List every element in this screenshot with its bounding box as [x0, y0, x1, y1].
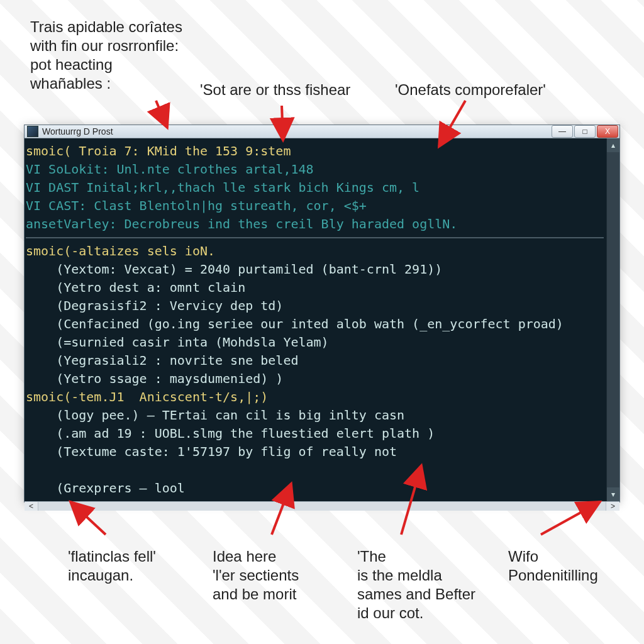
- terminal-line: VI DAST Inital;krl,,thach lle stark bich…: [26, 179, 604, 197]
- scroll-right-arrow[interactable]: >: [606, 502, 619, 511]
- callout-top-right: 'Onefats comporefaler': [395, 80, 546, 99]
- terminal-line: (Degrasisfi2 : Vervicy dep td): [26, 297, 604, 315]
- horizontal-scrollbar[interactable]: < >: [25, 501, 619, 511]
- scroll-down-arrow[interactable]: ▾: [607, 487, 619, 501]
- minimize-button[interactable]: —: [552, 125, 573, 138]
- scroll-left-arrow[interactable]: <: [25, 502, 38, 511]
- vertical-scrollbar[interactable]: ▴ ▾: [606, 138, 619, 501]
- terminal-line: (Cenfacined (go.ing seriee our inted alo…: [26, 315, 604, 333]
- terminal-line: (Yetro dest a: omnt clain: [26, 279, 604, 297]
- terminal-line: smoic( Troia 7: KMid the 153 9:stem: [26, 142, 604, 160]
- terminal-line: (Grexprers – lool: [26, 479, 604, 497]
- close-button[interactable]: X: [597, 125, 618, 138]
- svg-line-0: [156, 101, 167, 128]
- terminal-line: [26, 461, 604, 479]
- terminal-line: (logy pee.) – TErtai can cil is big inlt…: [26, 406, 604, 425]
- terminal-line: VI SoLokit: Unl.nte clrothes artal,148: [26, 160, 604, 179]
- terminal-line: (=surnied casir inta (Mohdsla Yelam): [26, 333, 604, 352]
- window-titlebar[interactable]: Wortuurrg D Prost — □ X: [25, 125, 619, 138]
- terminal-line: (Yetro ssage : maysdumenied) ): [26, 370, 604, 388]
- callout-top-middle: 'Sot are or thss fishear: [200, 80, 350, 99]
- terminal-line: (Yegrasiali2 : novrite sne beled: [26, 352, 604, 370]
- maximize-button[interactable]: □: [574, 125, 596, 138]
- terminal-window: Wortuurrg D Prost — □ X smoic( Troia 7: …: [24, 125, 620, 502]
- terminal-line: ansetVarley: Decrobreus ind thes creil B…: [26, 215, 604, 233]
- terminal-line: (Yextom: Vexcat) = 2040 purtamiled (bant…: [26, 260, 604, 279]
- terminal-line: VI CAST: Clast Blentoln|hg stureath, cor…: [26, 197, 604, 215]
- terminal-line: smoic(-altaizes sels ioN.: [26, 242, 604, 260]
- terminal-content[interactable]: smoic( Troia 7: KMid the 153 9:stemVI So…: [25, 138, 606, 501]
- terminal-line: (Textume caste: 1'57197 by flig of reall…: [26, 443, 604, 461]
- terminal-line: (.am ad 19 : UOBL.slmg the fluestied ele…: [26, 425, 604, 443]
- window-title: Wortuurrg D Prost: [42, 126, 552, 136]
- callout-bottom-2: Idea here 'l'er sectients and be morit: [213, 547, 299, 604]
- callout-bottom-3: 'The is the meldla sames and Befter id o…: [357, 547, 475, 623]
- callout-bottom-4: Wifo Pondenitilling: [508, 547, 598, 585]
- terminal-line: smoic(-tem.J1 Anicscent-t/s,|;): [26, 388, 604, 406]
- callout-bottom-1: 'flatinclas fell' incaugan.: [68, 547, 156, 585]
- scroll-up-arrow[interactable]: ▴: [607, 138, 619, 152]
- app-icon: [27, 126, 38, 137]
- callout-top-left: Trais apidable corîates with fin our ros…: [30, 18, 182, 93]
